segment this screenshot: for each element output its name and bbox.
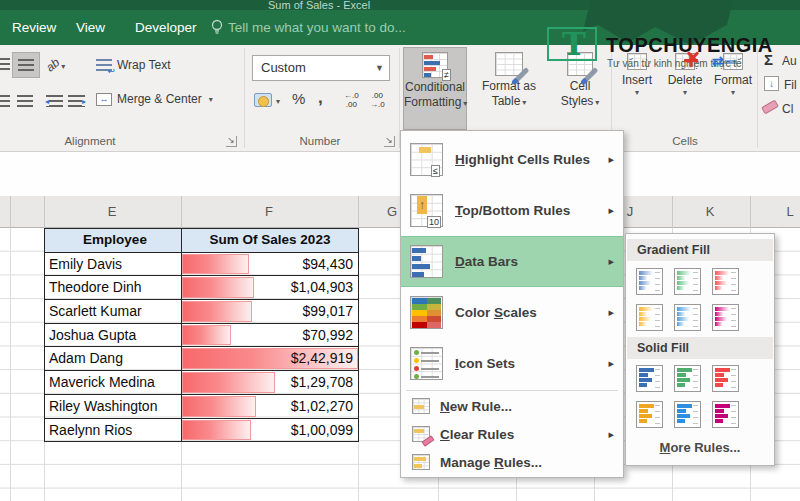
format-caret-icon: ▾ bbox=[710, 88, 756, 97]
menu-item-top-bottom-rules[interactable]: ↑ 10 Top/Bottom Rules bbox=[401, 185, 623, 236]
sales-value: $1,02,270 bbox=[291, 395, 353, 417]
menu-item-manage-rules[interactable]: Manage Rules... bbox=[401, 448, 623, 476]
new-rule-icon bbox=[412, 398, 430, 414]
column-header-l[interactable]: L bbox=[786, 196, 793, 228]
menu-item-highlight-cells-rules[interactable]: ≤ Highlight Cells Rules bbox=[401, 134, 623, 185]
format-as-table-icon bbox=[495, 52, 523, 76]
align-left-button[interactable] bbox=[0, 90, 10, 114]
delete-caret-icon: ▾ bbox=[662, 88, 708, 97]
percent-style-button[interactable]: % bbox=[292, 90, 305, 107]
sales-cell[interactable]: $94,430 bbox=[182, 253, 359, 277]
solid-red-data-bar[interactable] bbox=[712, 365, 739, 392]
sales-value: $2,42,919 bbox=[291, 347, 353, 369]
lightbulb-icon bbox=[210, 19, 224, 35]
sales-cell[interactable]: $2,42,919 bbox=[182, 347, 359, 371]
solid-lightblue-data-bar[interactable] bbox=[674, 401, 701, 428]
menu-item-new-rule[interactable]: New Rule... bbox=[401, 392, 623, 420]
employee-cell[interactable]: Emily Davis bbox=[45, 253, 182, 277]
sales-cell[interactable]: $1,04,903 bbox=[182, 276, 359, 300]
column-header-f[interactable]: F bbox=[265, 196, 273, 228]
column-header-j[interactable]: J bbox=[627, 196, 634, 228]
data-bar bbox=[182, 277, 254, 298]
column-header-k[interactable]: K bbox=[706, 196, 715, 228]
gradient-purple-data-bar[interactable] bbox=[712, 304, 739, 331]
menu-item-data-bars[interactable]: Data Bars bbox=[401, 236, 623, 287]
format-as-table-button[interactable]: Format as Table bbox=[472, 47, 546, 130]
tab-view[interactable]: View bbox=[76, 10, 105, 45]
employee-cell[interactable]: Raelynn Rios bbox=[45, 419, 182, 443]
sales-cell[interactable]: $1,02,270 bbox=[182, 395, 359, 419]
employee-cell[interactable]: Adam Dang bbox=[45, 347, 182, 371]
clear-icon[interactable] bbox=[761, 100, 779, 115]
table-row: Joshua Gupta $70,992 bbox=[45, 324, 359, 348]
column-header-e[interactable]: E bbox=[108, 196, 117, 228]
comma-style-button[interactable]: , bbox=[318, 88, 323, 108]
accounting-format-button[interactable] bbox=[254, 93, 272, 107]
sales-cell[interactable]: $70,992 bbox=[182, 324, 359, 348]
data-bar bbox=[182, 325, 231, 346]
tab-review[interactable]: Review bbox=[12, 10, 56, 45]
gradient-green-data-bar[interactable] bbox=[674, 268, 701, 295]
solid-purple-data-bar[interactable] bbox=[712, 401, 739, 428]
header-sum-of-sales[interactable]: Sum Of Sales 2023 bbox=[182, 229, 359, 253]
conditional-formatting-button[interactable]: ≠ Conditional Formatting bbox=[403, 47, 467, 130]
menu-item-color-scales[interactable]: Color Scales bbox=[401, 287, 623, 338]
tell-me-search[interactable]: Tell me what you want to do... bbox=[228, 10, 406, 45]
insert-caret-icon: ▾ bbox=[616, 88, 658, 97]
solid-green-data-bar[interactable] bbox=[674, 365, 701, 392]
autosum-label: Au bbox=[782, 54, 797, 68]
alignment-dialog-launcher[interactable]: ↘ bbox=[226, 136, 237, 147]
merge-center-button[interactable]: ↔ Merge & Center bbox=[96, 92, 213, 107]
employee-cell[interactable]: Maverick Medina bbox=[45, 371, 182, 395]
solid-orange-data-bar[interactable] bbox=[636, 401, 663, 428]
gradient-blue-data-bar[interactable] bbox=[636, 268, 663, 295]
conditional-formatting-label: Conditional bbox=[404, 80, 466, 95]
employee-cell[interactable]: Scarlett Kumar bbox=[45, 300, 182, 324]
increase-indent-button[interactable]: ▸ bbox=[68, 95, 85, 108]
number-dialog-launcher[interactable]: ↘ bbox=[384, 136, 395, 147]
conditional-formatting-label2: Formatting bbox=[404, 95, 466, 111]
table-row: Emily Davis $94,430 bbox=[45, 253, 359, 277]
orientation-button[interactable]: ab bbox=[46, 55, 65, 73]
sales-value: $70,992 bbox=[302, 324, 353, 346]
menu-item-icon-sets[interactable]: Icon Sets bbox=[401, 338, 623, 389]
gradient-orange-data-bar[interactable] bbox=[636, 304, 663, 331]
align-middle-button[interactable] bbox=[12, 52, 40, 78]
employee-cell[interactable]: Theodore Dinh bbox=[45, 276, 182, 300]
clear-label: Cl bbox=[782, 102, 793, 116]
gradient-red-data-bar[interactable] bbox=[712, 268, 739, 295]
chevron-down-icon: ▼ bbox=[375, 56, 384, 80]
data-bars-submenu: Gradient Fill Solid Fill More Rules... bbox=[625, 233, 775, 466]
wrap-text-button[interactable]: Wrap Text bbox=[96, 58, 171, 73]
column-header-g[interactable]: G bbox=[387, 196, 397, 228]
top-bottom-rules-icon: ↑ 10 bbox=[410, 194, 443, 227]
increase-decimal-button[interactable]: ←.0 .00 bbox=[344, 91, 359, 109]
sales-cell[interactable]: $1,29,708 bbox=[182, 371, 359, 395]
number-format-select[interactable]: Custom ▼ bbox=[252, 55, 390, 81]
header-employee[interactable]: Employee bbox=[45, 229, 182, 253]
fill-icon[interactable]: ↓ bbox=[764, 76, 779, 91]
menu-item-clear-rules[interactable]: Clear Rules bbox=[401, 420, 623, 448]
decrease-decimal-button[interactable]: .00 →.0 bbox=[370, 91, 385, 109]
solid-blue-data-bar[interactable] bbox=[636, 365, 663, 392]
align-top-button[interactable] bbox=[0, 53, 10, 77]
format-label: Format bbox=[710, 73, 756, 88]
gradient-lightblue-data-bar[interactable] bbox=[674, 304, 701, 331]
number-format-value: Custom bbox=[261, 60, 306, 75]
data-bar bbox=[182, 396, 256, 417]
table-row: Adam Dang $2,42,919 bbox=[45, 347, 359, 371]
employee-cell[interactable]: Riley Washington bbox=[45, 395, 182, 419]
decrease-indent-button[interactable]: ◂ bbox=[46, 95, 63, 108]
menu-item-label: Clear Rules bbox=[440, 427, 514, 442]
sales-cell[interactable]: $1,00,099 bbox=[182, 419, 359, 443]
align-center-button[interactable] bbox=[12, 90, 40, 114]
data-bars-icon bbox=[410, 245, 443, 278]
tab-developer[interactable]: Developer bbox=[135, 10, 197, 45]
more-rules-item[interactable]: More Rules... bbox=[626, 440, 774, 455]
manage-rules-icon bbox=[412, 454, 430, 470]
data-bar bbox=[182, 372, 275, 393]
menu-item-label: New Rule... bbox=[440, 399, 512, 414]
wrap-text-icon bbox=[96, 59, 112, 72]
employee-cell[interactable]: Joshua Gupta bbox=[45, 324, 182, 348]
sales-cell[interactable]: $99,017 bbox=[182, 300, 359, 324]
